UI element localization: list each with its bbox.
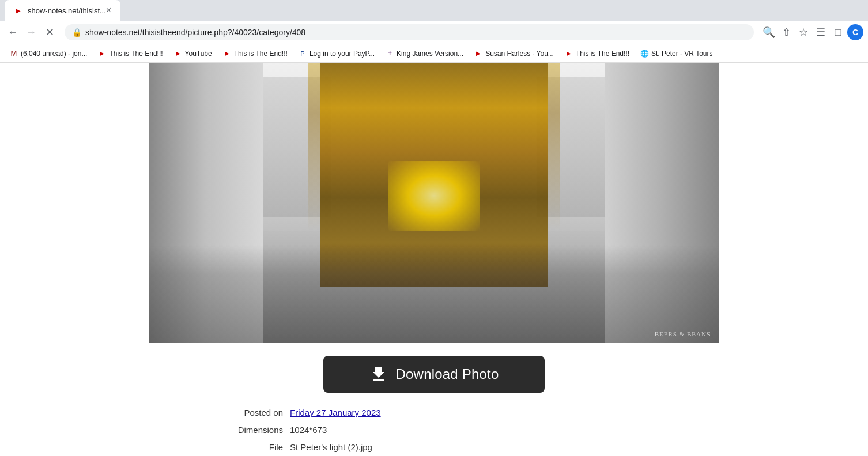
file-value: St Peter's light (2).jpg: [290, 439, 372, 456]
tab-title: show-notes.net/thisist...: [28, 6, 106, 15]
this-is-the-end-2-icon: ▶: [222, 49, 232, 58]
bookmark-this-is-the-end-3-label: This is The End!!!: [576, 50, 629, 58]
cathedral-photo: BEERS & BEANS: [149, 63, 719, 343]
floor-people: [149, 245, 719, 343]
download-photo-button[interactable]: Download Photo: [323, 356, 545, 393]
king-james-icon: ✝: [385, 49, 394, 58]
bookmark-this-is-the-end-1[interactable]: ▶ This is The End!!!: [93, 47, 167, 60]
download-icon: [369, 365, 388, 383]
bookmark-this-is-the-end-3[interactable]: ▶ This is The End!!!: [560, 47, 634, 60]
youtube-icon: ▶: [173, 49, 183, 58]
dimensions-value: 1024*673: [290, 421, 327, 439]
active-tab[interactable]: ▶ show-notes.net/thisist... ×: [5, 0, 120, 21]
bookmark-gmail[interactable]: M (6,040 unread) - jon...: [5, 47, 92, 60]
browser-chrome: ▶ show-notes.net/thisist... × ← → ✕ 🔒 sh…: [0, 0, 868, 63]
bookmark-youtube-label: YouTube: [185, 50, 212, 58]
meta-row-posted-on: Posted on Friday 27 January 2023: [232, 404, 636, 421]
bookmark-this-is-the-end-2[interactable]: ▶ This is The End!!!: [218, 47, 292, 60]
download-button-label: Download Photo: [396, 366, 499, 382]
bookmark-susan-harless[interactable]: ▶ Susan Harless - You...: [469, 47, 558, 60]
profile-avatar[interactable]: C: [847, 24, 863, 40]
paypal-icon: P: [298, 49, 307, 58]
bookmark-king-james[interactable]: ✝ King James Version...: [380, 47, 468, 60]
bookmark-gmail-label: (6,040 unread) - jon...: [21, 50, 87, 58]
bookmark-button[interactable]: ☆: [795, 24, 812, 40]
center-glow: [388, 161, 480, 231]
tab-favicon: ▶: [14, 6, 23, 15]
file-label: File: [232, 439, 290, 456]
bookmark-paypal[interactable]: P Log in to your PayP...: [293, 47, 379, 60]
tab-close-button[interactable]: ×: [106, 5, 111, 16]
photo-container: BEERS & BEANS Download Photo Posted on F…: [149, 63, 719, 456]
bookmark-paypal-label: Log in to your PayP...: [310, 50, 375, 58]
bookmark-susan-harless-label: Susan Harless - You...: [485, 50, 554, 58]
meta-row-file: File St Peter's light (2).jpg: [232, 439, 636, 456]
image-overlay: BEERS & BEANS: [149, 63, 719, 343]
bookmark-st-peter-label: St. Peter - VR Tours: [651, 50, 712, 58]
reload-button[interactable]: ✕: [41, 24, 58, 40]
search-button[interactable]: 🔍: [761, 24, 777, 40]
tab-bar: ▶ show-notes.net/thisist... ×: [0, 0, 868, 21]
bookmark-st-peter[interactable]: 🌐 St. Peter - VR Tours: [635, 47, 717, 60]
bookmark-this-is-the-end-1-label: This is The End!!!: [109, 50, 163, 58]
media-button[interactable]: ☰: [813, 24, 829, 40]
browser-actions: 🔍 ⇧ ☆ ☰ □ C: [761, 24, 863, 40]
gmail-icon: M: [9, 49, 18, 58]
split-button[interactable]: □: [830, 24, 846, 40]
susan-harless-icon: ▶: [474, 49, 483, 58]
posted-on-date[interactable]: Friday 27 January 2023: [290, 404, 381, 421]
posted-on-label: Posted on: [232, 404, 290, 421]
meta-row-dimensions: Dimensions 1024*673: [232, 421, 636, 439]
bookmarks-bar: M (6,040 unread) - jon... ▶ This is The …: [0, 44, 868, 62]
bookmark-youtube[interactable]: ▶ YouTube: [169, 47, 217, 60]
share-button[interactable]: ⇧: [778, 24, 794, 40]
this-is-the-end-1-icon: ▶: [97, 49, 107, 58]
watermark: BEERS & BEANS: [655, 330, 711, 337]
svg-rect-0: [373, 379, 384, 381]
security-icon: 🔒: [72, 28, 82, 37]
page-content: BEERS & BEANS Download Photo Posted on F…: [0, 63, 868, 456]
back-button[interactable]: ←: [5, 24, 21, 40]
bookmark-king-james-label: King James Version...: [397, 50, 463, 58]
bookmark-this-is-the-end-2-label: This is The End!!!: [234, 50, 288, 58]
photo-metadata: Posted on Friday 27 January 2023 Dimensi…: [232, 404, 636, 456]
dimensions-label: Dimensions: [232, 421, 290, 439]
address-bar[interactable]: 🔒 show-notes.net/thisistheend/picture.ph…: [65, 24, 754, 40]
navigation-bar: ← → ✕ 🔒 show-notes.net/thisistheend/pict…: [0, 21, 868, 44]
forward-button[interactable]: →: [23, 24, 39, 40]
this-is-the-end-3-icon: ▶: [564, 49, 573, 58]
st-peter-icon: 🌐: [640, 49, 649, 58]
url-text: show-notes.net/thisistheend/picture.php?…: [85, 28, 746, 37]
